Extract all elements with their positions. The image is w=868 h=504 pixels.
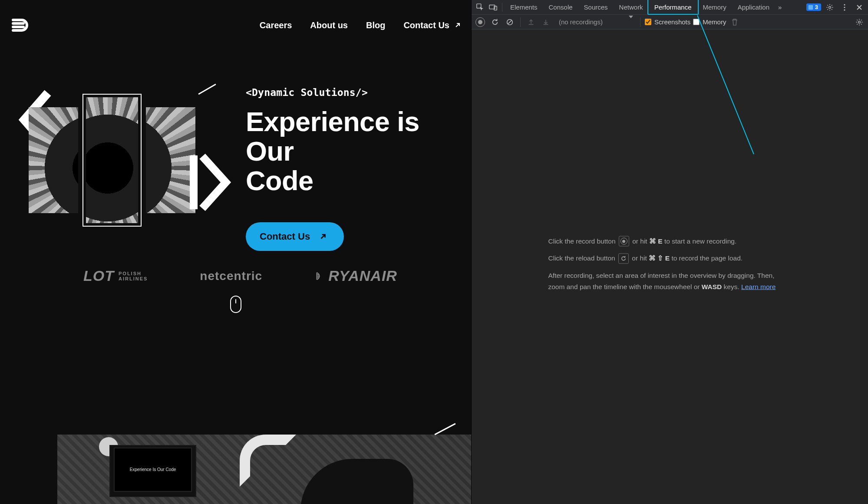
- placeholder-text: to start a new recording.: [664, 237, 736, 244]
- device-toolbar-button[interactable]: [487, 1, 499, 13]
- memory-checkbox-input[interactable]: [693, 19, 700, 25]
- brand-lot-sub: POLISH AIRLINES: [119, 271, 148, 281]
- save-profile-button[interactable]: [540, 16, 552, 28]
- svg-point-6: [844, 9, 845, 10]
- main-nav: Careers About us Blog Contact Us: [260, 20, 461, 30]
- brand-ryanair: RYANAIR: [314, 267, 397, 284]
- placeholder-text: to record the page load.: [671, 254, 743, 262]
- download-icon: [542, 18, 550, 26]
- issues-badge[interactable]: 3: [806, 3, 821, 11]
- company-logo[interactable]: [10, 14, 33, 36]
- svg-point-8: [858, 21, 861, 23]
- hero-text: <Dynamic Solutions/> Experience is Our C…: [246, 87, 461, 251]
- recordings-select-label: (no recordings): [559, 18, 603, 26]
- kebab-icon: [843, 3, 846, 11]
- contact-us-button[interactable]: Contact Us: [246, 222, 344, 251]
- keyboard-shortcut: WASD: [702, 283, 722, 290]
- devtools-tabstrip: Elements Console Sources Network Perform…: [472, 0, 868, 15]
- settings-button[interactable]: [824, 1, 836, 13]
- mouse-icon: [230, 296, 241, 313]
- tab-elements[interactable]: Elements: [505, 0, 543, 15]
- screenshots-checkbox-input[interactable]: [645, 19, 651, 25]
- record-icon-inline: [619, 236, 629, 247]
- placeholder-text: Click the record button: [548, 237, 617, 244]
- keyboard-shortcut: ⌘ ⇧ E: [649, 254, 670, 262]
- reload-icon-inline: [618, 254, 629, 264]
- memory-checkbox-label: Memory: [703, 18, 726, 26]
- arrow-up-right-icon: [320, 233, 327, 240]
- placeholder-text: Click the reload button: [548, 254, 617, 262]
- tab-console[interactable]: Console: [544, 0, 578, 15]
- placeholder-text: or hit: [632, 237, 649, 244]
- brand-ryanair-label: RYANAIR: [328, 267, 397, 284]
- brand-lot-sub1: POLISH: [119, 271, 148, 276]
- record-button[interactable]: [474, 16, 486, 28]
- close-devtools-button[interactable]: [853, 1, 865, 13]
- clear-icon: [506, 18, 514, 26]
- hero-heading-line1: Experience is Our: [246, 106, 419, 166]
- placeholder-line-3: After recording, select an area of inter…: [548, 270, 792, 292]
- site-header: Careers About us Blog Contact Us: [0, 11, 471, 39]
- recordings-select[interactable]: (no recordings): [554, 18, 636, 26]
- scroll-hint: [0, 296, 471, 313]
- learn-more-link[interactable]: Learn more: [741, 283, 776, 290]
- bracket-right-icon: [184, 152, 236, 213]
- website-pane: Careers About us Blog Contact Us: [0, 0, 471, 504]
- reload-record-button[interactable]: [489, 16, 501, 28]
- keyboard-shortcut: ⌘ E: [649, 237, 663, 244]
- decorative-tick: [198, 84, 216, 95]
- more-tabs-button[interactable]: »: [776, 0, 784, 15]
- brand-netcentric: netcentric: [200, 269, 262, 283]
- record-icon: [475, 17, 485, 27]
- office-lamp: [240, 435, 296, 487]
- nav-contact-label: Contact Us: [403, 20, 449, 30]
- office-person-2: [300, 459, 413, 504]
- svg-point-3: [829, 6, 831, 8]
- tab-performance[interactable]: Performance: [649, 0, 697, 15]
- devtools-pane: Elements Console Sources Network Perform…: [471, 0, 868, 504]
- load-profile-button[interactable]: [525, 16, 537, 28]
- hero-heading-line2: Code: [246, 165, 314, 196]
- placeholder-line-2: Click the reload button or hit ⌘ ⇧ E to …: [548, 253, 792, 264]
- gear-icon: [855, 18, 863, 26]
- brand-row: LOT POLISH AIRLINES netcentric RYANAIR: [0, 251, 471, 284]
- inspect-element-button[interactable]: [474, 1, 486, 13]
- hero-images: [10, 87, 215, 234]
- garbage-collect-button[interactable]: [729, 16, 741, 28]
- placeholder-text: or hit: [632, 254, 649, 262]
- tab-application[interactable]: Application: [733, 0, 775, 15]
- screenshots-checkbox[interactable]: Screenshots: [645, 18, 690, 26]
- memory-checkbox[interactable]: Memory: [693, 18, 726, 26]
- tab-sources[interactable]: Sources: [579, 0, 613, 15]
- tab-memory[interactable]: Memory: [698, 0, 732, 15]
- harp-icon: [314, 271, 324, 281]
- office-image: Experience Is Our Code: [57, 435, 471, 504]
- nav-careers[interactable]: Careers: [260, 20, 292, 30]
- nav-contact[interactable]: Contact Us: [403, 20, 461, 30]
- svg-point-5: [844, 7, 845, 8]
- screenshots-checkbox-label: Screenshots: [654, 18, 690, 26]
- gear-icon: [826, 3, 834, 11]
- office-image-wrap: Experience Is Our Code: [29, 435, 454, 504]
- hero-image-col-2: [86, 97, 138, 223]
- nav-blog[interactable]: Blog: [366, 20, 385, 30]
- placeholder-text: keys.: [724, 283, 741, 290]
- contact-us-button-label: Contact Us: [260, 231, 310, 242]
- tab-network[interactable]: Network: [614, 0, 648, 15]
- performance-body: Click the record button or hit ⌘ E to st…: [472, 30, 868, 504]
- placeholder-line-1: Click the record button or hit ⌘ E to st…: [548, 235, 792, 247]
- reload-icon: [491, 18, 499, 26]
- devices-icon: [489, 4, 498, 11]
- svg-point-4: [844, 4, 845, 5]
- hero-image-grid: [29, 97, 202, 223]
- capture-settings-button[interactable]: [853, 16, 865, 28]
- brand-lot-label: LOT: [83, 267, 114, 284]
- office-screen: Experience Is Our Code: [114, 448, 192, 492]
- close-icon: [856, 4, 862, 10]
- hero-section: <Dynamic Solutions/> Experience is Our C…: [0, 39, 471, 251]
- issues-badge-count: 3: [815, 4, 818, 10]
- clear-button[interactable]: [504, 16, 516, 28]
- kebab-menu-button[interactable]: [838, 1, 851, 13]
- nav-about[interactable]: About us: [310, 20, 348, 30]
- inspect-icon: [476, 3, 484, 11]
